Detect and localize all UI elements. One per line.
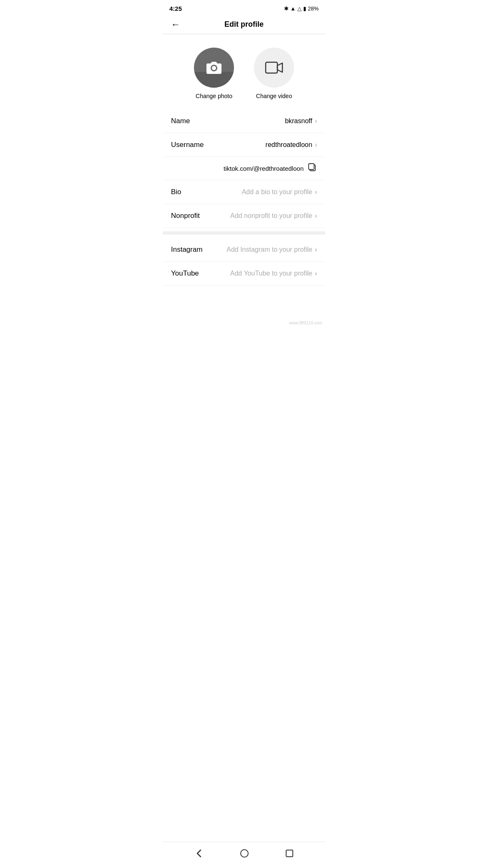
youtube-value-wrap: Add YouTube to your profile › xyxy=(230,270,317,277)
change-video-label: Change video xyxy=(256,93,292,99)
username-field-row[interactable]: Username redthroatedloon › xyxy=(163,133,325,157)
youtube-label: YouTube xyxy=(171,269,199,278)
watermark: www.989214.com xyxy=(163,319,325,327)
bluetooth-icon: ✱ xyxy=(284,5,289,12)
name-label: Name xyxy=(171,117,190,125)
svg-rect-3 xyxy=(309,164,314,170)
bio-value-wrap: Add a bio to your profile › xyxy=(242,188,317,196)
svg-point-0 xyxy=(212,66,216,70)
nonprofit-field-row[interactable]: Nonprofit Add nonprofit to your profile … xyxy=(163,204,325,228)
username-value: redthroatedloon xyxy=(266,141,312,149)
name-field-row[interactable]: Name bkrasnoff › xyxy=(163,109,325,133)
instagram-value-wrap: Add Instagram to your profile › xyxy=(226,246,317,253)
change-video-button[interactable] xyxy=(254,48,294,88)
page-title: Edit profile xyxy=(224,20,264,29)
battery-level: 28% xyxy=(308,5,319,12)
bio-chevron-icon: › xyxy=(315,188,317,196)
profile-fields-section: Name bkrasnoff › Username redthroatedloo… xyxy=(163,109,325,228)
change-video-item: Change video xyxy=(254,48,294,99)
signal-icon: △ xyxy=(297,5,302,12)
status-icons: ✱ ▲ △ ▮ 28% xyxy=(284,5,319,12)
status-bar: 4:25 ✱ ▲ △ ▮ 28% xyxy=(163,0,325,15)
bio-value: Add a bio to your profile xyxy=(242,188,312,196)
social-fields-section: Instagram Add Instagram to your profile … xyxy=(163,238,325,286)
change-photo-label: Change photo xyxy=(196,93,232,99)
nonprofit-chevron-icon: › xyxy=(315,212,317,220)
instagram-chevron-icon: › xyxy=(315,246,317,253)
avatar-section: Change photo Change video xyxy=(163,34,325,109)
bio-field-row[interactable]: Bio Add a bio to your profile › xyxy=(163,180,325,204)
change-photo-button[interactable] xyxy=(194,48,234,88)
section-divider xyxy=(163,231,325,235)
bio-label: Bio xyxy=(171,188,181,196)
name-value: bkrasnoff xyxy=(285,117,312,125)
battery-icon: ▮ xyxy=(303,5,306,12)
profile-url: tiktok.com/@redthroatedloon xyxy=(224,165,304,172)
name-chevron-icon: › xyxy=(315,117,317,125)
back-button[interactable]: ← xyxy=(169,18,182,32)
nonprofit-value: Add nonprofit to your profile xyxy=(230,212,312,220)
username-value-wrap: redthroatedloon › xyxy=(266,141,317,149)
username-label: Username xyxy=(171,141,204,149)
camera-icon xyxy=(206,60,222,75)
change-photo-item: Change photo xyxy=(194,48,234,99)
header: ← Edit profile xyxy=(163,15,325,34)
copy-icon[interactable] xyxy=(308,163,317,174)
name-value-wrap: bkrasnoff › xyxy=(285,117,317,125)
instagram-value: Add Instagram to your profile xyxy=(226,246,312,253)
instagram-field-row[interactable]: Instagram Add Instagram to your profile … xyxy=(163,238,325,262)
wifi-icon: ▲ xyxy=(290,5,296,12)
youtube-chevron-icon: › xyxy=(315,270,317,277)
youtube-value: Add YouTube to your profile xyxy=(230,270,312,277)
youtube-field-row[interactable]: YouTube Add YouTube to your profile › xyxy=(163,262,325,286)
url-row: tiktok.com/@redthroatedloon xyxy=(163,157,325,180)
video-icon xyxy=(265,61,283,75)
nonprofit-value-wrap: Add nonprofit to your profile › xyxy=(230,212,317,220)
username-chevron-icon: › xyxy=(315,141,317,149)
instagram-label: Instagram xyxy=(171,245,203,254)
svg-rect-1 xyxy=(266,62,277,73)
nonprofit-label: Nonprofit xyxy=(171,212,200,220)
status-time: 4:25 xyxy=(169,5,182,12)
